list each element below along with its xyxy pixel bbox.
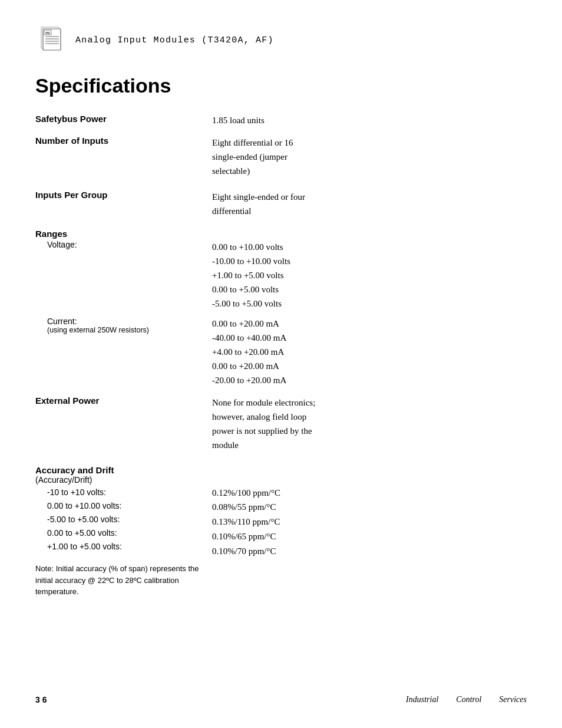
footer-page-number: 3 6	[35, 695, 47, 704]
spec-row-inputs-per-group: Inputs Per Group Eight single‑ended or f…	[35, 190, 527, 218]
accuracy-label-4: 0.00 to +5.00 volts:	[47, 526, 200, 540]
footer-industrial: Industrial	[406, 695, 438, 704]
label-accuracy-drift: Accuracy and Drift	[35, 465, 200, 475]
label-safetybus-power: Safetybus Power	[35, 114, 107, 124]
value-current: 0.00 to +20.00 mA ‑40.00 to +40.00 mA +4…	[212, 317, 527, 387]
spec-row-safetybus: Safetybus Power 1.85 load units	[35, 114, 527, 127]
accuracy-note: Note: Initial accuracy (% of span) repre…	[35, 563, 200, 598]
page-footer: 3 6 Industrial Control Services	[35, 695, 527, 704]
value-inputs-per-group: Eight single‑ended or fourdifferential	[212, 190, 527, 218]
page-header: PD Analog Input Modules (T3420A, AF)	[35, 24, 527, 57]
value-voltage: 0.00 to +10.00 volts ‑10.00 to +10.00 vo…	[212, 240, 527, 311]
page: PD Analog Input Modules (T3420A, AF) Spe…	[0, 0, 562, 728]
label-number-inputs: Number of Inputs	[35, 136, 108, 146]
value-safetybus-power: 1.85 load units	[212, 116, 265, 125]
spec-row-accuracy: Accuracy and Drift (Accuracy/Drift) ‑10 …	[35, 465, 527, 598]
header-title: Analog Input Modules (T3420A, AF)	[75, 35, 274, 45]
label-current: Current:	[47, 317, 200, 326]
label-current-note: (using external 250W resistors)	[47, 326, 200, 334]
svg-text:PD: PD	[45, 31, 50, 35]
accuracy-label-1: ‑10 to +10 volts:	[47, 486, 200, 499]
label-external-power: External Power	[35, 396, 99, 406]
spec-content: Safetybus Power 1.85 load units Number o…	[35, 114, 527, 598]
document-icon: PD	[35, 24, 66, 57]
footer-services: Services	[499, 695, 527, 704]
label-accuracy-subdesc: (Accuracy/Drift)	[35, 475, 200, 485]
label-inputs-per-group: Inputs Per Group	[35, 190, 108, 200]
label-ranges: Ranges	[35, 229, 200, 239]
accuracy-label-5: +1.00 to +5.00 volts:	[47, 540, 200, 554]
spec-row-external-power: External Power None for module electroni…	[35, 396, 527, 452]
value-number-inputs: Eight differential or 16single‑ended (ju…	[212, 136, 527, 178]
accuracy-values: 0.12%/100 ppm/°C 0.08%/55 ppm/°C 0.13%/1…	[212, 486, 527, 559]
page-title: Specifications	[35, 74, 527, 97]
spec-row-ranges: Ranges Voltage: 0.00 to +10.00 volts ‑10…	[35, 229, 527, 387]
accuracy-label-2: 0.00 to +10.00 volts:	[47, 499, 200, 513]
footer-control: Control	[456, 695, 481, 704]
value-external-power: None for module electronics; however, an…	[212, 396, 527, 452]
accuracy-label-3: ‑5.00 to +5.00 volts:	[47, 513, 200, 526]
spec-row-inputs: Number of Inputs Eight differential or 1…	[35, 136, 527, 178]
label-voltage: Voltage:	[47, 240, 77, 249]
